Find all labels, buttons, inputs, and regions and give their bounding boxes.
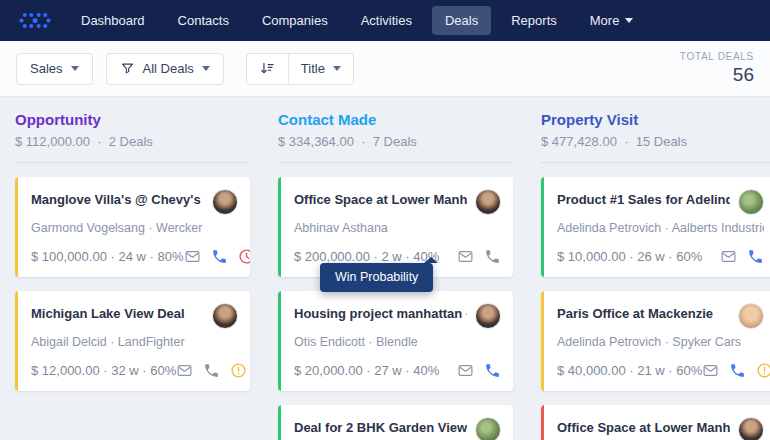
deal-card[interactable]: Office Space at Lower Manhat... Abhinav … bbox=[541, 405, 770, 440]
phone-icon[interactable] bbox=[747, 248, 764, 265]
phone-icon[interactable] bbox=[484, 362, 501, 379]
deal-card[interactable]: Product #1 Sales for Adelinda Adelinda P… bbox=[541, 177, 770, 277]
nav-item-companies[interactable]: Companies bbox=[249, 6, 341, 35]
deal-card[interactable]: Paris Office at Mackenzie Adelinda Petro… bbox=[541, 291, 770, 391]
envelope-icon[interactable] bbox=[720, 248, 737, 265]
column-divider bbox=[15, 162, 250, 163]
deal-card[interactable]: Deal for 2 BHK Garden View Kathy Barnes … bbox=[278, 405, 513, 440]
deal-contact-line: Abhinav Asthana bbox=[294, 221, 501, 235]
deal-title: Paris Office at Mackenzie bbox=[557, 303, 713, 321]
column-amount: $ 477,428.00 bbox=[541, 134, 617, 149]
nav-item-deals[interactable]: Deals bbox=[432, 6, 491, 35]
nav-item-dashboard[interactable]: Dashboard bbox=[68, 6, 158, 35]
deal-title: Michigan Lake View Deal bbox=[31, 303, 185, 321]
deal-meta: $ 100,000.00 · 24 w · 80% bbox=[31, 249, 184, 264]
envelope-icon[interactable] bbox=[457, 248, 474, 265]
deal-meta: $ 200,000.00 · 2 w · 40% bbox=[294, 249, 439, 264]
total-deals-summary: TOTAL DEALS 56 bbox=[680, 51, 754, 86]
column-divider bbox=[278, 162, 513, 163]
column-summary: $ 334,364.00 · 7 Deals bbox=[278, 134, 513, 149]
total-deals-value: 56 bbox=[680, 64, 754, 86]
deal-title: Product #1 Sales for Adelinda bbox=[557, 189, 730, 207]
column-deal-count: 15 Deals bbox=[636, 134, 687, 149]
deals-toolbar: Sales All Deals Title TOTAL DEALS 56 bbox=[0, 41, 770, 97]
avatar[interactable] bbox=[475, 189, 501, 215]
phone-icon[interactable] bbox=[484, 248, 501, 265]
deal-title: Office Space at Lower Manhat... bbox=[294, 189, 467, 207]
deals-filter-dropdown[interactable]: All Deals bbox=[106, 53, 224, 85]
deals-filter-label: All Deals bbox=[143, 61, 194, 76]
column-title: Contact Made bbox=[278, 111, 513, 128]
logo-icon bbox=[18, 10, 52, 31]
deal-title: Deal for 2 BHK Garden View bbox=[294, 417, 467, 435]
phone-icon[interactable] bbox=[729, 362, 746, 379]
deal-contact-line: Adelinda Petrovich · Spyker Cars bbox=[557, 335, 764, 349]
sort-field-dropdown[interactable]: Title bbox=[288, 54, 353, 84]
sort-control: Title bbox=[246, 53, 354, 85]
warning-icon bbox=[230, 362, 247, 379]
phone-icon[interactable] bbox=[203, 362, 220, 379]
deal-meta: $ 12,000.00 · 32 w · 60% bbox=[31, 363, 176, 378]
envelope-icon[interactable] bbox=[176, 362, 193, 379]
kanban-column-contact-made: Contact Made $ 334,364.00 · 7 Deals Offi… bbox=[278, 111, 513, 440]
envelope-icon[interactable] bbox=[702, 362, 719, 379]
deal-card[interactable]: Housing project manhattan - S... Otis En… bbox=[278, 291, 513, 391]
avatar[interactable] bbox=[475, 303, 501, 329]
column-summary: $ 477,428.00 · 15 Deals bbox=[541, 134, 770, 149]
deal-card[interactable]: Manglove Villa's @ Chevy's Garmond Vogel… bbox=[15, 177, 250, 277]
total-deals-label: TOTAL DEALS bbox=[680, 51, 754, 62]
sort-field-label: Title bbox=[301, 61, 325, 76]
avatar[interactable] bbox=[738, 417, 764, 440]
sort-direction-button[interactable] bbox=[247, 54, 288, 84]
pipeline-dropdown[interactable]: Sales bbox=[16, 53, 93, 85]
column-amount: $ 112,000.00 bbox=[15, 134, 90, 149]
sort-descending-icon bbox=[259, 60, 276, 77]
deal-meta: $ 20,000.00 · 27 w · 40% bbox=[294, 363, 439, 378]
stale-deal-clock-icon bbox=[238, 248, 251, 265]
deal-title: Manglove Villa's @ Chevy's bbox=[31, 189, 201, 207]
nav-item-more[interactable]: More bbox=[577, 6, 647, 35]
nav-item-more-label: More bbox=[590, 13, 620, 28]
nav-item-reports[interactable]: Reports bbox=[498, 6, 570, 35]
column-divider bbox=[541, 162, 770, 163]
column-deal-count: 7 Deals bbox=[373, 134, 417, 149]
deal-card[interactable]: Office Space at Lower Manhat... Abhinav … bbox=[278, 177, 513, 277]
envelope-icon[interactable] bbox=[184, 248, 201, 265]
chevron-down-icon bbox=[71, 66, 79, 71]
pipeline-dropdown-label: Sales bbox=[30, 61, 63, 76]
phone-icon[interactable] bbox=[211, 248, 228, 265]
deal-card[interactable]: Michigan Lake View Deal Abigail Delcid ·… bbox=[15, 291, 250, 391]
app-logo[interactable] bbox=[12, 10, 58, 31]
deal-contact-line: Garmond Vogelsang · Wercker bbox=[31, 221, 238, 235]
nav-item-contacts[interactable]: Contacts bbox=[165, 6, 242, 35]
top-nav: Dashboard Contacts Companies Activities … bbox=[0, 0, 770, 41]
chevron-down-icon bbox=[333, 66, 341, 71]
column-title: Opportunity bbox=[15, 111, 250, 128]
deal-meta: $ 40,000.00 · 21 w · 60% bbox=[557, 363, 702, 378]
warning-icon bbox=[756, 362, 770, 379]
column-summary: $ 112,000.00 · 2 Deals bbox=[15, 134, 250, 149]
avatar[interactable] bbox=[212, 303, 238, 329]
chevron-down-icon bbox=[202, 66, 210, 71]
deal-contact-line: Otis Endicott · Blendle bbox=[294, 335, 501, 349]
column-deal-count: 2 Deals bbox=[109, 134, 153, 149]
nav-item-activities[interactable]: Activities bbox=[348, 6, 425, 35]
avatar[interactable] bbox=[738, 303, 764, 329]
column-amount: $ 334,364.00 bbox=[278, 134, 354, 149]
chevron-down-icon bbox=[625, 18, 633, 23]
envelope-icon[interactable] bbox=[457, 362, 474, 379]
deal-title: Office Space at Lower Manhat... bbox=[557, 417, 730, 435]
column-title: Property Visit bbox=[541, 111, 770, 128]
deal-meta: $ 10,000.00 · 26 w · 60% bbox=[557, 249, 702, 264]
deal-contact-line: Abigail Delcid · LandFighter bbox=[31, 335, 238, 349]
filter-funnel-icon bbox=[120, 61, 135, 76]
kanban-column-opportunity: Opportunity $ 112,000.00 · 2 Deals Mangl… bbox=[15, 111, 250, 440]
avatar[interactable] bbox=[212, 189, 238, 215]
avatar[interactable] bbox=[738, 189, 764, 215]
deals-kanban-board: Opportunity $ 112,000.00 · 2 Deals Mangl… bbox=[0, 97, 770, 440]
deal-contact-line: Adelinda Petrovich · Aalberts Industries bbox=[557, 221, 764, 235]
win-probability-tooltip: Win Probability bbox=[320, 263, 433, 292]
avatar[interactable] bbox=[475, 417, 501, 440]
kanban-column-property-visit: Property Visit $ 477,428.00 · 15 Deals P… bbox=[541, 111, 770, 440]
deal-title: Housing project manhattan - S... bbox=[294, 303, 467, 321]
